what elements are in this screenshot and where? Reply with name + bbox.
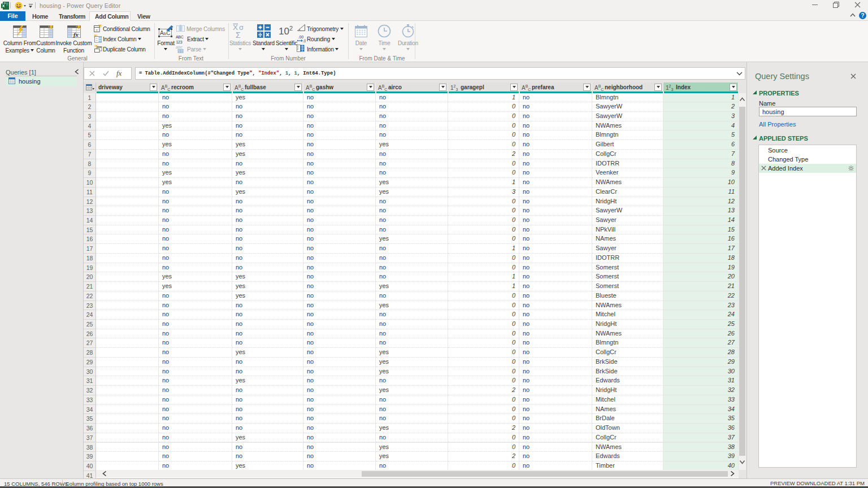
svg-text:Σ: Σ	[236, 30, 241, 39]
svg-text:=: =	[96, 28, 98, 32]
svg-text:X: X	[2, 3, 5, 8]
svg-text:fx: fx	[73, 32, 79, 38]
svg-text:abc: abc	[176, 45, 183, 50]
svg-text:.0: .0	[303, 39, 306, 43]
svg-text:ABC: ABC	[176, 35, 184, 39]
svg-text:123: 123	[176, 40, 183, 44]
